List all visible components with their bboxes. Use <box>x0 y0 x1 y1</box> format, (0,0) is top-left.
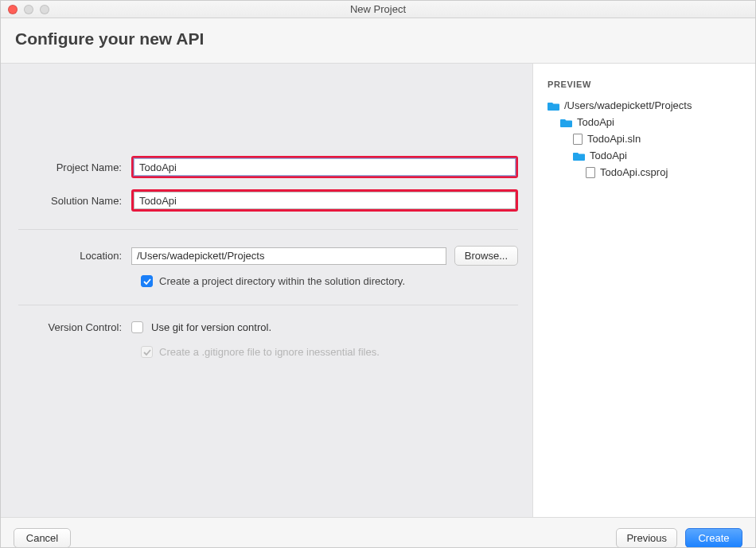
preview-tree: /Users/wadepickett/Projects TodoApi Todo… <box>548 97 741 181</box>
tree-root: /Users/wadepickett/Projects <box>548 97 741 114</box>
tree-folder: TodoApi <box>548 114 741 130</box>
folder-icon <box>573 151 585 161</box>
tree-file-label: TodoApi.sln <box>587 133 641 145</box>
preview-heading: PREVIEW <box>548 80 741 89</box>
folder-icon <box>548 101 559 111</box>
project-name-row: Project Name: <box>18 156 518 178</box>
solution-name-input[interactable] <box>134 192 516 209</box>
tree-folder-label: TodoApi <box>590 150 627 161</box>
file-icon <box>573 134 583 145</box>
previous-button[interactable]: Previous <box>616 528 677 548</box>
title-bar: New Project <box>1 1 755 18</box>
use-git-checkbox[interactable] <box>131 321 143 333</box>
gitignore-row: Create a .gitignore file to ignore iness… <box>141 346 518 358</box>
window-title: New Project <box>1 3 755 15</box>
browse-button[interactable]: Browse... <box>454 246 518 266</box>
create-directory-checkbox[interactable] <box>141 275 153 287</box>
folder-icon <box>560 118 572 127</box>
dialog-footer: Cancel Previous Create <box>1 517 755 548</box>
gitignore-checkbox <box>141 346 153 358</box>
version-control-section: Version Control: Use git for version con… <box>18 305 518 375</box>
solution-name-highlight <box>131 189 518 212</box>
create-button[interactable]: Create <box>685 528 742 548</box>
tree-folder-label: TodoApi <box>577 116 614 128</box>
location-input[interactable] <box>131 247 446 265</box>
tree-folder: TodoApi <box>548 147 741 164</box>
version-control-label: Version Control: <box>18 321 131 333</box>
form-pane: Project Name: Solution Name: Location: <box>1 64 532 517</box>
solution-name-label: Solution Name: <box>18 195 131 207</box>
tree-root-label: /Users/wadepickett/Projects <box>564 99 692 111</box>
location-section: Location: Browse... Create a project dir… <box>18 230 518 305</box>
create-directory-label: Create a project directory within the so… <box>159 275 405 287</box>
solution-name-row: Solution Name: <box>18 189 518 212</box>
dialog-header: Configure your new API <box>1 18 755 64</box>
project-name-highlight <box>131 156 518 178</box>
page-title: Configure your new API <box>15 29 741 49</box>
cancel-button[interactable]: Cancel <box>14 528 71 548</box>
create-directory-row[interactable]: Create a project directory within the so… <box>141 275 518 287</box>
location-label: Location: <box>18 250 131 262</box>
file-icon <box>586 167 595 178</box>
tree-file: TodoApi.csproj <box>548 164 741 181</box>
project-name-input[interactable] <box>134 158 516 176</box>
content-area: Project Name: Solution Name: Location: <box>1 64 755 517</box>
tree-file: TodoApi.sln <box>548 130 741 147</box>
use-git-label: Use git for version control. <box>151 321 271 333</box>
project-name-label: Project Name: <box>18 161 131 173</box>
tree-file-label: TodoApi.csproj <box>600 166 668 178</box>
gitignore-label: Create a .gitignore file to ignore iness… <box>159 346 380 358</box>
preview-pane: PREVIEW /Users/wadepickett/Projects Todo… <box>532 64 755 517</box>
